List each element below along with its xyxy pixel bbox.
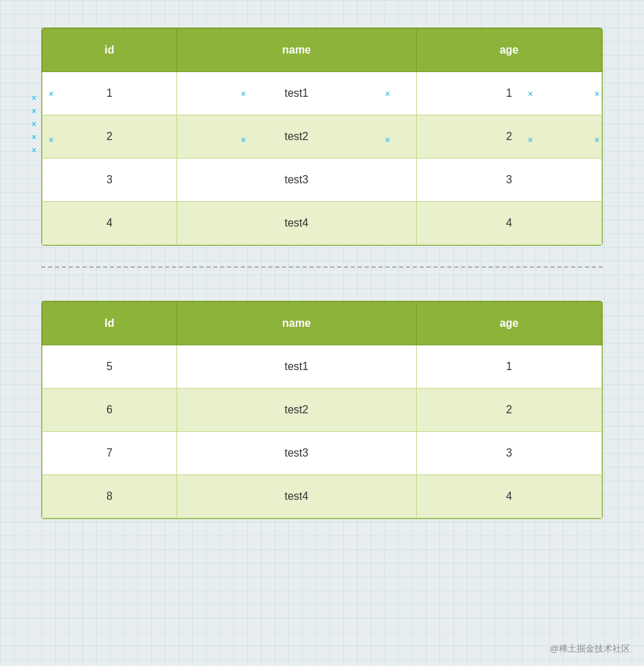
- table2-cell-id: 6: [43, 389, 177, 432]
- table1-cell-name: test4: [176, 202, 416, 245]
- table-row: 5test11: [43, 345, 602, 389]
- page-wrapper: × × × × × × × × × × × × × × ×: [0, 0, 644, 547]
- table1-cell-id: 1: [43, 72, 177, 115]
- table-row: 1test11: [43, 72, 602, 115]
- cross-icon: ×: [32, 106, 36, 116]
- cross-icon: ×: [32, 119, 36, 129]
- table2-col-age: age: [416, 302, 601, 345]
- data-table-1: id name age 1test112test223test334test44: [42, 28, 602, 245]
- table1: × × × × × × × × × × id name age: [41, 27, 603, 246]
- cross-icon: ×: [32, 146, 36, 155]
- table2-col-id: Id: [43, 302, 177, 345]
- table2-section: Id name age 5test116test227test338test44: [41, 301, 603, 519]
- table-row: 8test44: [43, 475, 602, 518]
- table2-cell-age: 3: [416, 432, 601, 475]
- table1-col-age: age: [416, 29, 601, 72]
- table1-cell-id: 4: [43, 202, 177, 245]
- table2-cell-name: test1: [176, 345, 416, 389]
- table2-cell-id: 8: [43, 475, 177, 518]
- table2-cell-name: test2: [176, 389, 416, 432]
- table1-col-name: name: [176, 29, 416, 72]
- table2-cell-age: 1: [416, 345, 601, 389]
- table2-cell-name: test4: [176, 475, 416, 518]
- table1-cell-id: 3: [43, 159, 177, 202]
- watermark: @稀土掘金技术社区: [550, 643, 630, 655]
- table1-cell-name: test3: [176, 159, 416, 202]
- table2: Id name age 5test116test227test338test44: [41, 301, 603, 519]
- table1-cell-age: 2: [416, 115, 601, 159]
- cross-icon: ×: [32, 133, 36, 142]
- table2-col-name: name: [176, 302, 416, 345]
- table1-cell-name: test2: [176, 115, 416, 159]
- table1-cell-age: 3: [416, 159, 601, 202]
- cross-icon: ×: [32, 93, 36, 103]
- table-row: 3test33: [43, 159, 602, 202]
- table1-header-row: id name age: [43, 29, 602, 72]
- table-row: 2test22: [43, 115, 602, 159]
- table2-cell-age: 4: [416, 475, 601, 518]
- table1-cell-age: 1: [416, 72, 601, 115]
- table2-cell-id: 5: [43, 345, 177, 389]
- table2-cell-id: 7: [43, 432, 177, 475]
- table1-cell-id: 2: [43, 115, 177, 159]
- left-crosses: × × × × ×: [32, 93, 36, 155]
- table1-col-id: id: [43, 29, 177, 72]
- table1-cell-name: test1: [176, 72, 416, 115]
- table-row: 7test33: [43, 432, 602, 475]
- table-row: 4test44: [43, 202, 602, 245]
- table2-cell-age: 2: [416, 389, 601, 432]
- table2-header-row: Id name age: [43, 302, 602, 345]
- data-table-2: Id name age 5test116test227test338test44: [42, 301, 602, 518]
- table1-section: × × × × × × × × × × × × × × ×: [41, 27, 603, 246]
- table-row: 6test22: [43, 389, 602, 432]
- dashed-divider: [41, 266, 603, 268]
- table1-cell-age: 4: [416, 202, 601, 245]
- table2-cell-name: test3: [176, 432, 416, 475]
